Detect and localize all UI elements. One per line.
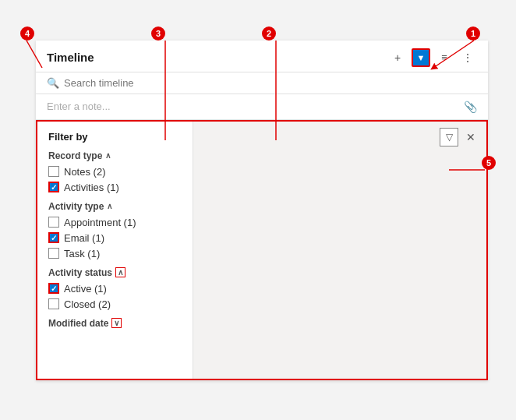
annotation-1: 1	[466, 26, 480, 41]
modified-date-label: Modified date	[48, 318, 108, 329]
filter-panel: Filter by Record type ∧ Notes (2) Activi…	[37, 122, 193, 379]
add-button[interactable]: +	[388, 48, 407, 67]
activities-label: Activities (1)	[64, 182, 119, 193]
appointment-checkbox[interactable]	[48, 217, 59, 228]
record-type-section-header[interactable]: Record type ∧	[48, 150, 182, 161]
paperclip-icon: 📎	[464, 101, 477, 113]
annotation-3: 3	[151, 26, 165, 41]
activity-status-chevron: ∧	[115, 267, 125, 277]
filter-icon: ▼	[417, 53, 426, 62]
email-label: Email (1)	[64, 232, 104, 244]
active-filter-item: Active (1)	[48, 283, 182, 295]
activity-type-chevron: ∧	[107, 202, 112, 210]
closed-label: Closed (2)	[64, 298, 111, 310]
close-filter-button[interactable]: ✕	[461, 128, 480, 146]
appointment-filter-item: Appointment (1)	[48, 217, 182, 228]
search-icon: 🔍	[47, 77, 59, 89]
filter-funnel-icon: ▽	[446, 132, 453, 143]
more-icon: ⋮	[462, 51, 473, 64]
active-checkbox[interactable]	[48, 283, 59, 294]
activity-type-section-header[interactable]: Activity type ∧	[48, 201, 182, 212]
filter-icon-box[interactable]: ▽	[440, 128, 458, 146]
activity-status-section-header[interactable]: Activity status ∧	[48, 267, 182, 278]
annotation-5: 5	[482, 156, 496, 170]
notes-checkbox[interactable]	[48, 166, 59, 177]
task-checkbox[interactable]	[48, 248, 59, 259]
columns-button[interactable]: ≡	[435, 48, 454, 67]
more-button[interactable]: ⋮	[458, 48, 477, 67]
annotation-2: 2	[262, 26, 276, 41]
record-type-chevron: ∧	[105, 151, 111, 160]
search-input[interactable]	[64, 77, 477, 89]
note-input-row: Enter a note... 📎	[36, 94, 488, 120]
right-panel: ▽ ✕	[193, 122, 486, 379]
activity-type-label: Activity type	[48, 201, 104, 212]
timeline-header: Timeline + ▼ ≡ ⋮	[36, 41, 488, 72]
close-icon: ✕	[466, 131, 475, 143]
annotation-4: 4	[20, 26, 34, 41]
task-label: Task (1)	[64, 248, 100, 259]
record-type-label: Record type	[48, 150, 102, 161]
columns-icon: ≡	[441, 51, 447, 63]
activities-checkbox[interactable]	[48, 182, 59, 192]
note-placeholder-text: Enter a note...	[47, 101, 111, 112]
task-filter-item: Task (1)	[48, 248, 182, 259]
active-label: Active (1)	[64, 283, 107, 295]
timeline-title: Timeline	[47, 51, 94, 64]
activity-status-label: Activity status	[48, 267, 112, 278]
notes-filter-item: Notes (2)	[48, 166, 182, 178]
plus-icon: +	[394, 51, 401, 64]
page-wrapper: 4 3 2 1 5 Timeline + ▼ ≡ ⋮	[12, 25, 504, 396]
appointment-label: Appointment (1)	[64, 217, 136, 228]
closed-checkbox[interactable]	[48, 298, 59, 309]
filter-panel-title: Filter by	[48, 131, 182, 143]
timeline-widget: Timeline + ▼ ≡ ⋮ 🔍 Ent	[36, 41, 488, 380]
timeline-actions: + ▼ ≡ ⋮	[388, 48, 477, 67]
panel-area: Filter by Record type ∧ Notes (2) Activi…	[36, 120, 488, 380]
panel-top-right-actions: ▽ ✕	[440, 128, 480, 146]
modified-date-section-header[interactable]: Modified date ∨	[48, 318, 182, 329]
filter-button[interactable]: ▼	[412, 48, 430, 67]
notes-label: Notes (2)	[64, 166, 105, 178]
activities-filter-item: Activities (1)	[48, 182, 182, 193]
search-bar: 🔍	[36, 72, 488, 94]
email-filter-item: Email (1)	[48, 232, 182, 244]
closed-filter-item: Closed (2)	[48, 298, 182, 310]
email-checkbox[interactable]	[48, 232, 59, 243]
modified-date-chevron: ∨	[111, 318, 122, 328]
